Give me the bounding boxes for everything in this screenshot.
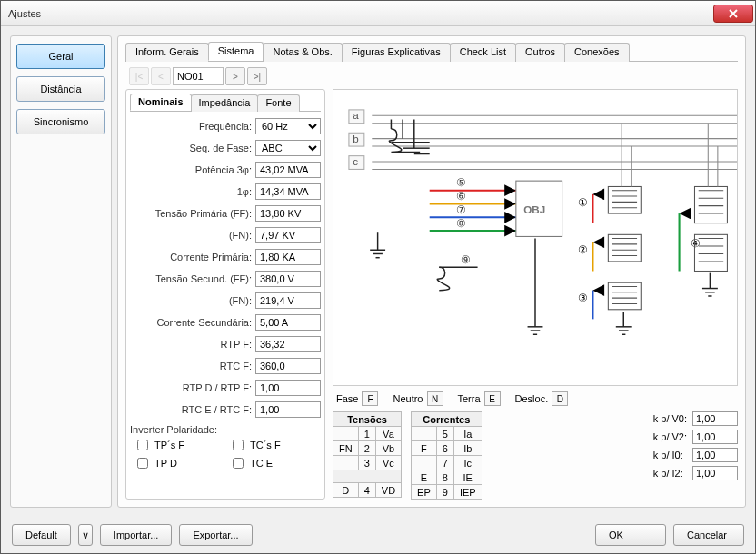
svg-text:⑤: ⑤: [456, 176, 466, 188]
pot3-label: Potência 3φ:: [130, 164, 252, 175]
svg-text:⑥: ⑥: [456, 190, 466, 202]
svg-text:③: ③: [578, 292, 588, 303]
tensaoprimff-label: Tensão Primária (FF):: [130, 208, 252, 219]
ki0-input[interactable]: [692, 448, 738, 462]
ki2-label: k p/ I2:: [653, 468, 687, 479]
svg-text:b: b: [353, 133, 358, 144]
titlebar: Ajustes: [1, 1, 755, 26]
sub-tabs: Nominais Impedância Fonte: [130, 94, 321, 112]
tab-checklist[interactable]: Check List: [450, 43, 516, 62]
subtab-fonte[interactable]: Fonte: [257, 94, 299, 112]
ki2-input[interactable]: [692, 466, 738, 480]
window-title: Ajustes: [8, 8, 713, 19]
corrprim-label: Corrente Primária:: [130, 252, 252, 262]
ok-button[interactable]: OK: [595, 524, 666, 546]
rtpd-input[interactable]: [255, 380, 321, 396]
chk-tcsf[interactable]: TC´s F: [229, 437, 317, 453]
seqfase-label: Seq. de Fase:: [130, 143, 252, 153]
svg-text:②: ②: [578, 243, 588, 255]
legend: FaseF NeutroN TerraE Desloc.D: [333, 386, 738, 411]
nav-first[interactable]: |<: [129, 67, 149, 85]
tensaoprimff-input[interactable]: [255, 205, 321, 222]
circuit-diagram: a b c: [333, 89, 738, 386]
correntes-table: Correntes 5Ia F6Ib 7Ic E8IE EP9IEP: [411, 411, 482, 500]
ki0-label: k p/ I0:: [653, 450, 687, 460]
cancel-button[interactable]: Cancelar: [673, 524, 744, 546]
tab-outros[interactable]: Outros: [515, 43, 565, 62]
legend-f[interactable]: F: [362, 391, 378, 406]
svg-text:OBJ: OBJ: [523, 203, 545, 215]
kv0-input[interactable]: [692, 411, 738, 426]
sidebar-item-sincronismo[interactable]: Sincronismo: [16, 109, 105, 134]
pot3-input[interactable]: [255, 162, 321, 178]
pot1-label: 1φ:: [130, 186, 252, 197]
tab-figuras[interactable]: Figuras Explicativas: [342, 43, 451, 62]
legend-e[interactable]: E: [484, 391, 501, 406]
kv0-label: k p/ V0:: [653, 413, 687, 424]
svg-text:①: ①: [578, 196, 588, 208]
sidebar-item-geral[interactable]: Geral: [16, 44, 105, 69]
tensaoprimfn-input[interactable]: [255, 227, 321, 243]
svg-text:a: a: [353, 109, 359, 121]
rtpf-input[interactable]: [255, 336, 321, 352]
chk-tpsf[interactable]: TP´s F: [134, 437, 222, 453]
subtab-nominais[interactable]: Nominais: [130, 94, 192, 111]
rtcf-label: RTC F:: [130, 361, 252, 371]
tab-notas[interactable]: Notas & Obs.: [263, 43, 342, 62]
tensaosecfn-label: (FN):: [130, 295, 252, 306]
default-button[interactable]: Default: [12, 524, 71, 546]
kv2-label: k p/ V2:: [653, 431, 687, 442]
frequencia-select[interactable]: 60 Hz: [255, 118, 321, 134]
invert-title: Inverter Polaridade:: [130, 424, 321, 435]
frequencia-label: Frequência:: [130, 121, 252, 132]
node-nav: |< < NO01 > >|: [129, 67, 738, 85]
tab-conexoes[interactable]: Conexões: [564, 43, 630, 62]
close-button[interactable]: [713, 5, 753, 23]
rtpf-label: RTP F:: [130, 339, 252, 350]
rtce-input[interactable]: [255, 401, 321, 418]
main-panel: Inform. Gerais Sistema Notas & Obs. Figu…: [117, 35, 746, 508]
sidebar-item-distancia[interactable]: Distância: [16, 76, 105, 102]
kv2-input[interactable]: [692, 430, 738, 444]
svg-text:⑨: ⑨: [461, 253, 471, 265]
importar-button[interactable]: Importar...: [100, 524, 173, 546]
corrsec-label: Corrente Secundária:: [130, 317, 252, 328]
rtpd-label: RTP D / RTP F:: [130, 382, 252, 393]
sidebar: Geral Distância Sincronismo: [10, 35, 112, 508]
nav-last[interactable]: >|: [247, 67, 267, 85]
seqfase-select[interactable]: ABC: [255, 140, 321, 156]
chk-tpd[interactable]: TP D: [134, 455, 222, 471]
footer: Default ∨ Importar... Exportar... OK Can…: [1, 517, 755, 553]
subtab-impedancia[interactable]: Impedância: [191, 94, 259, 112]
default-dropdown[interactable]: ∨: [78, 524, 93, 546]
pot1-input[interactable]: [255, 183, 321, 200]
rtcf-input[interactable]: [255, 358, 321, 374]
legend-d[interactable]: D: [552, 391, 568, 406]
tab-sistema[interactable]: Sistema: [208, 42, 264, 61]
node-id[interactable]: NO01: [173, 67, 224, 85]
chk-tce[interactable]: TC E: [229, 455, 317, 471]
app-window: Ajustes Geral Distância Sincronismo Info…: [0, 0, 756, 554]
nav-prev[interactable]: <: [151, 67, 171, 85]
tensaoprimfn-label: (FN):: [130, 230, 252, 241]
svg-rect-42: [694, 186, 727, 223]
corrprim-input[interactable]: [255, 249, 321, 265]
rtce-label: RTC E / RTC F:: [130, 404, 252, 415]
svg-text:⑧: ⑧: [456, 217, 466, 229]
tensaosecff-input[interactable]: [255, 271, 321, 287]
k-fields: k p/ V0: k p/ V2: k p/ I0: k p/ I2:: [653, 411, 738, 480]
tensoes-table: Tensões 1Va FN2Vb 3Vc D4VD: [333, 411, 402, 498]
tensaosecfn-input[interactable]: [255, 292, 321, 309]
tab-inform-gerais[interactable]: Inform. Gerais: [125, 43, 209, 62]
exportar-button[interactable]: Exportar...: [179, 524, 252, 546]
svg-text:⑦: ⑦: [456, 203, 466, 215]
form-panel: Nominais Impedância Fonte Frequência:60 …: [125, 89, 325, 500]
legend-n[interactable]: N: [427, 391, 443, 406]
nav-next[interactable]: >: [225, 67, 245, 85]
svg-text:c: c: [353, 155, 358, 167]
main-tabs: Inform. Gerais Sistema Notas & Obs. Figu…: [125, 42, 738, 62]
corrsec-input[interactable]: [255, 314, 321, 331]
tensaosecff-label: Tensão Secund. (FF):: [130, 273, 252, 284]
